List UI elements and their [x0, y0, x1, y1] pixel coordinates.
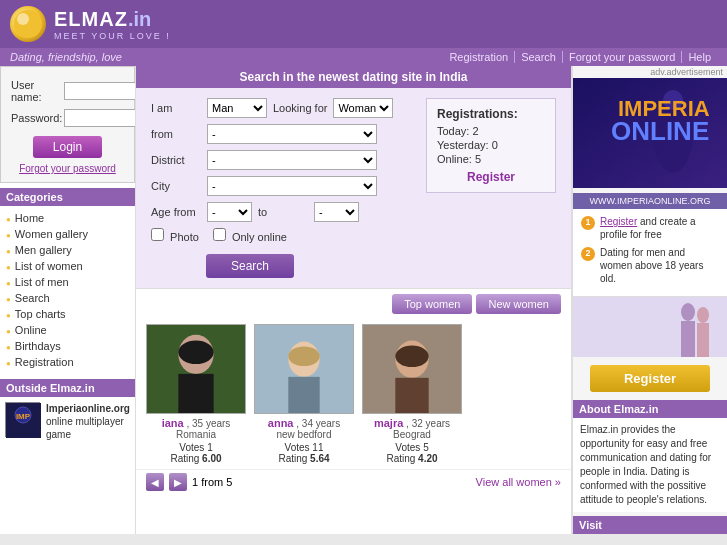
city-label: City: [151, 180, 201, 192]
promo-text-1: Register and create a profile for free: [600, 215, 719, 241]
age-to-select[interactable]: -: [314, 202, 359, 222]
search-button[interactable]: Search: [206, 254, 294, 278]
outside-desc: online multiplayer game: [46, 416, 124, 440]
woman-rating-2: Rating 5.64: [254, 453, 354, 464]
lookingfor-label: Looking for: [273, 102, 327, 114]
woman-rating-3: Rating 4.20: [362, 453, 462, 464]
login-button[interactable]: Login: [33, 136, 102, 158]
svg-rect-25: [681, 321, 695, 357]
register-link[interactable]: Register: [437, 170, 545, 184]
tab-new-women[interactable]: New women: [476, 294, 561, 314]
woman-card-1-image: [146, 324, 246, 414]
woman-card-3: majra , 32 years Beograd Votes 5 Rating …: [362, 324, 462, 464]
nav-help[interactable]: Help: [682, 51, 717, 63]
logo-icon: [10, 6, 46, 42]
cat-birthdays[interactable]: Birthdays: [15, 340, 61, 352]
woman-location-1: Romania: [146, 429, 246, 440]
cat-women-gallery[interactable]: Women gallery: [15, 228, 88, 240]
woman-name-1: iana: [162, 417, 184, 429]
svg-point-16: [395, 345, 428, 367]
promo-item-2: 2 Dating for men and women above 18 year…: [581, 246, 719, 285]
only-online-label: Only online: [213, 228, 287, 243]
ad-label: adv.advertisement: [573, 66, 727, 78]
search-header: Search in the newest dating site in Indi…: [136, 66, 571, 88]
password-label: Password:: [11, 107, 62, 129]
woman-age-1: , 35 years: [186, 418, 230, 429]
silhouette-image: [573, 297, 727, 357]
lookingfor-select[interactable]: Woman Man: [333, 98, 393, 118]
cat-men-gallery[interactable]: Men gallery: [15, 244, 72, 256]
svg-rect-27: [697, 323, 709, 357]
district-select[interactable]: -: [207, 150, 377, 170]
imperia-url-bar: WWW.IMPERIAONLINE.ORG: [573, 193, 727, 209]
imperia-ad-banner[interactable]: IMPERIA ONLINE: [573, 78, 727, 188]
promo-item-1: 1 Register and create a profile for free: [581, 215, 719, 241]
logo-domain: .in: [128, 8, 151, 31]
nav-search[interactable]: Search: [515, 51, 563, 63]
woman-votes-2: Votes 11: [254, 442, 354, 453]
woman-age-3: , 32 years: [406, 418, 450, 429]
username-input[interactable]: [64, 82, 144, 100]
pagination: ◀ ▶ 1 from 5 View all women »: [136, 469, 571, 494]
cat-online[interactable]: Online: [15, 324, 47, 336]
cat-search[interactable]: Search: [15, 292, 50, 304]
nav-registration[interactable]: Registration: [443, 51, 515, 63]
search-row-city: City -: [151, 176, 416, 196]
svg-point-12: [288, 346, 319, 366]
tab-top-women[interactable]: Top women: [392, 294, 472, 314]
forgot-password-link[interactable]: Forgot your password: [9, 163, 126, 174]
search-row-iam: I am Man Woman Looking for Woman Man: [151, 98, 416, 118]
search-row-age: Age from - to -: [151, 202, 416, 222]
age-label: Age from: [151, 206, 201, 218]
woman-name-2: anna: [268, 417, 294, 429]
reg-title: Registrations:: [437, 107, 545, 121]
woman-name-3: majra: [374, 417, 403, 429]
cat-home[interactable]: Home: [15, 212, 44, 224]
search-row-district: District -: [151, 150, 416, 170]
promo-register-link[interactable]: Register: [600, 216, 637, 227]
svg-point-26: [697, 307, 709, 323]
center-content: Search in the newest dating site in Indi…: [135, 66, 572, 534]
next-page-button[interactable]: ▶: [169, 473, 187, 491]
view-all-women-link[interactable]: View all women »: [476, 476, 561, 488]
search-left: I am Man Woman Looking for Woman Man: [151, 98, 416, 278]
woman-location-3: Beograd: [362, 429, 462, 440]
promo-num-1: 1: [581, 216, 595, 230]
nav-forgot-password[interactable]: Forgot your password: [563, 51, 682, 63]
svg-rect-11: [288, 377, 319, 413]
promo-text-2: Dating for men and women above 18 years …: [600, 246, 719, 285]
registrations-box: Registrations: Today: 2 Yesterday: 0 Onl…: [426, 98, 556, 193]
from-select[interactable]: -: [207, 124, 377, 144]
prev-page-button[interactable]: ◀: [146, 473, 164, 491]
photo-label: Photo: [151, 228, 199, 243]
only-online-checkbox[interactable]: [213, 228, 226, 241]
logo-area: ELMAZ .in MEET YOUR LOVE !: [10, 6, 171, 42]
promo-num-2: 2: [581, 247, 595, 261]
woman-rating-1: Rating 6.00: [146, 453, 246, 464]
woman-card-3-image: [362, 324, 462, 414]
topnav-tagline: Dating, friendship, love: [10, 51, 122, 63]
woman-card-2-image: [254, 324, 354, 414]
reg-online: Online: 5: [437, 153, 545, 165]
svg-point-1: [17, 13, 29, 25]
logo-text-area: ELMAZ .in MEET YOUR LOVE !: [54, 8, 171, 41]
reg-yesterday: Yesterday: 0: [437, 139, 545, 151]
cat-registration[interactable]: Registration: [15, 356, 74, 368]
cat-list-women[interactable]: List of women: [15, 260, 83, 272]
photo-checkbox[interactable]: [151, 228, 164, 241]
city-select[interactable]: -: [207, 176, 377, 196]
woman-votes-1: Votes 1: [146, 442, 246, 453]
password-input[interactable]: [64, 109, 144, 127]
iam-select[interactable]: Man Woman: [207, 98, 267, 118]
tabs-row: Top women New women: [136, 289, 571, 319]
register-button-right[interactable]: Register: [590, 365, 710, 392]
search-form: I am Man Woman Looking for Woman Man: [136, 88, 571, 289]
iam-label: I am: [151, 102, 201, 114]
about-text: Elmaz.in provides the opportunity for ea…: [573, 418, 727, 512]
cat-top-charts[interactable]: Top charts: [15, 308, 66, 320]
cat-list-men[interactable]: List of men: [15, 276, 69, 288]
svg-point-24: [681, 303, 695, 321]
from-label: from: [151, 128, 201, 140]
age-to-label: to: [258, 206, 308, 218]
age-from-select[interactable]: -: [207, 202, 252, 222]
